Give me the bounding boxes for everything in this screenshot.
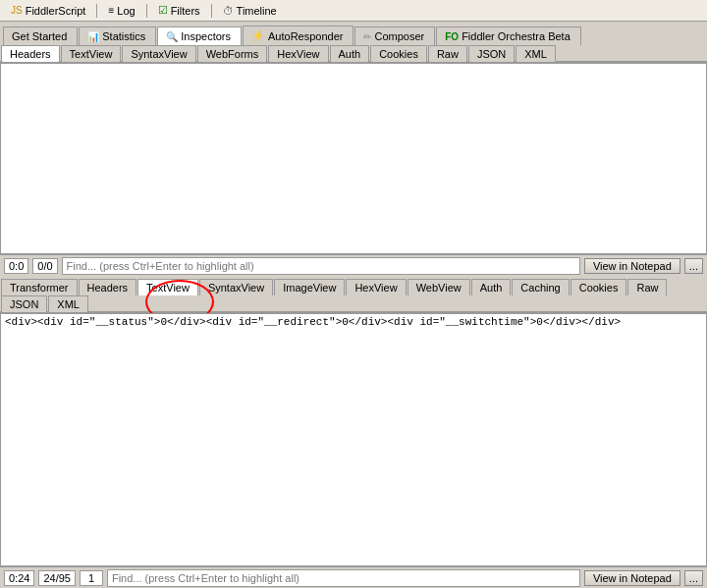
upper-find-input[interactable] [62, 257, 580, 275]
lower-status-bar: 0:24 24/95 1 View in Notepad ... [0, 566, 707, 588]
lower-status-num: 1 [80, 570, 103, 586]
tab-inspectors[interactable]: 🔍 Inspectors [157, 27, 242, 45]
upper-tab-textview[interactable]: TextView [61, 45, 122, 62]
upper-tab-xml[interactable]: XML [516, 45, 556, 62]
upper-ellipsis-button[interactable]: ... [684, 258, 703, 274]
tab-statistics-label: Statistics [102, 30, 145, 42]
log-icon: ≡ [108, 5, 114, 16]
lower-tab-json[interactable]: JSON [1, 295, 47, 312]
lower-status-size: 24/95 [38, 570, 76, 586]
menu-bar: JS FiddlerScript ≡ Log ☑ Filters ⏱ Timel… [0, 0, 707, 22]
lower-ellipsis-button[interactable]: ... [684, 570, 703, 586]
lower-tab-bar-row2: JSON XML [0, 294, 707, 313]
main-tab-bar: Get Started 📊 Statistics 🔍 Inspectors ⚡ … [0, 22, 707, 44]
lower-status-coords: 0:24 [4, 570, 34, 586]
tab-get-started-label: Get Started [12, 30, 67, 42]
upper-section: Headers TextView SyntaxView WebForms Hex… [0, 44, 707, 276]
fiddlerscript-menu[interactable]: JS FiddlerScript [2, 2, 94, 20]
upper-tab-bar: Headers TextView SyntaxView WebForms Hex… [0, 44, 707, 63]
lightning-icon: ⚡ [251, 29, 265, 42]
tab-fiddler-orchestra[interactable]: FO Fiddler Orchestra Beta [436, 27, 581, 45]
divider3 [211, 4, 212, 18]
upper-find-bar: 0:0 0/0 View in Notepad ... [0, 254, 707, 276]
lower-tab-xml[interactable]: XML [48, 295, 88, 312]
tab-get-started[interactable]: Get Started [3, 27, 78, 45]
tab-autoresponder-label: AutoResponder [268, 30, 343, 42]
filters-label: Filters [171, 5, 200, 17]
log-label: Log [117, 5, 135, 17]
tab-statistics[interactable]: 📊 Statistics [79, 27, 156, 45]
tab-inspectors-label: Inspectors [181, 30, 231, 42]
upper-tab-raw[interactable]: Raw [428, 45, 467, 62]
filters-menu[interactable]: ☑ Filters [149, 1, 209, 20]
lower-tab-raw[interactable]: Raw [627, 279, 667, 295]
lower-find-input[interactable] [107, 569, 580, 587]
tab-composer-label: Composer [374, 30, 424, 42]
lower-tab-cookies[interactable]: Cookies [571, 279, 627, 295]
lower-tab-textview[interactable]: TextView [137, 279, 198, 295]
timeline-icon: ⏱ [223, 5, 234, 17]
js-icon: JS [11, 5, 23, 16]
fo-icon: FO [445, 31, 459, 42]
lower-view-notepad-button[interactable]: View in Notepad [584, 570, 680, 586]
lower-tab-transformer[interactable]: Transformer [1, 279, 78, 295]
composer-icon: ✏ [363, 31, 371, 42]
lower-panel-content: <div><div id="__status">0</div><div id="… [1, 314, 706, 330]
lower-tab-hexview[interactable]: HexView [346, 279, 406, 295]
tab-autoresponder[interactable]: ⚡ AutoResponder [243, 26, 354, 45]
upper-view-notepad-button[interactable]: View in Notepad [584, 258, 680, 274]
lower-tab-caching[interactable]: Caching [512, 279, 569, 295]
lower-tab-imageview[interactable]: ImageView [274, 279, 345, 295]
upper-tab-headers[interactable]: Headers [1, 45, 60, 62]
lower-panel: <div><div id="__status">0</div><div id="… [0, 313, 707, 566]
upper-panel [0, 63, 707, 254]
upper-tab-json[interactable]: JSON [468, 45, 515, 62]
log-menu[interactable]: ≡ Log [99, 2, 143, 20]
lower-tab-auth[interactable]: Auth [471, 279, 512, 295]
tab-fo-label: Fiddler Orchestra Beta [462, 30, 571, 42]
stats-icon: 📊 [87, 31, 99, 42]
tab-composer[interactable]: ✏ Composer [354, 27, 435, 45]
upper-tab-hexview[interactable]: HexView [268, 45, 328, 62]
checkbox-icon: ☑ [158, 4, 168, 17]
upper-tab-syntaxview[interactable]: SyntaxView [122, 45, 195, 62]
lower-tab-bar-row1: Transformer Headers TextView SyntaxView … [0, 276, 707, 294]
upper-tab-webforms[interactable]: WebForms [197, 45, 268, 62]
timeline-menu[interactable]: ⏱ Timeline [214, 2, 286, 20]
upper-size: 0/0 [32, 258, 57, 274]
upper-tab-cookies[interactable]: Cookies [370, 45, 427, 62]
lower-section: Transformer Headers TextView SyntaxView … [0, 276, 707, 588]
lower-tab-headers[interactable]: Headers [79, 279, 137, 295]
divider [96, 4, 97, 18]
lower-tab-webview[interactable]: WebView [408, 279, 470, 295]
timeline-label: Timeline [237, 5, 277, 17]
upper-tab-auth[interactable]: Auth [330, 45, 370, 62]
upper-coords: 0:0 [4, 258, 28, 274]
lower-tab-syntaxview[interactable]: SyntaxView [199, 279, 273, 295]
fiddlerscript-label: FiddlerScript [26, 5, 86, 17]
inspector-icon: 🔍 [166, 31, 178, 42]
divider2 [146, 4, 147, 18]
